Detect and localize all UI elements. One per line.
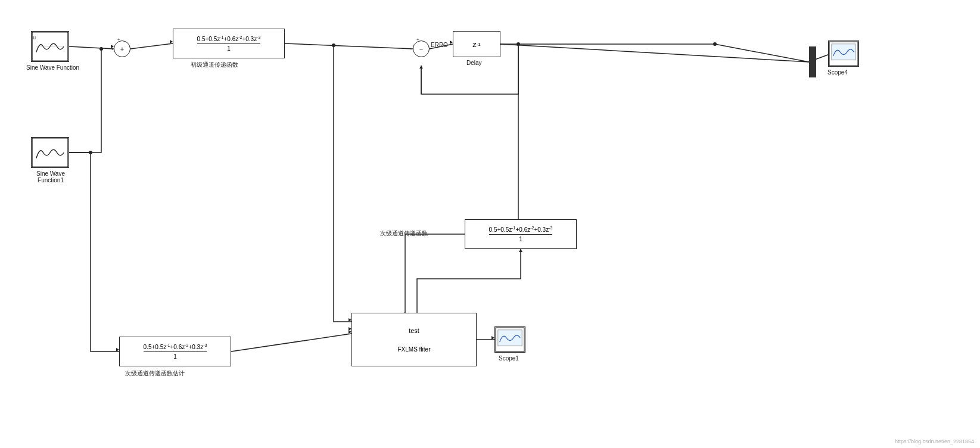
tf-secondary-denominator: 1 (519, 236, 522, 242)
svg-marker-25 (519, 249, 522, 252)
svg-point-2 (99, 47, 103, 51)
sine-wave-function1-block[interactable] (31, 137, 69, 168)
delay-label: Delay (466, 60, 482, 66)
tf-primary-numerator: 0.5+0.5z-1+0.6z-2+0.3z-3 (197, 35, 261, 44)
svg-point-26 (713, 42, 717, 46)
svg-line-23 (231, 334, 351, 351)
sine-wave-function-block[interactable]: u (31, 31, 69, 62)
svg-point-6 (332, 43, 335, 47)
tf-estimate-block[interactable]: 0.5+0.5z-1+0.6z-2+0.3z-3 1 (119, 337, 231, 366)
sum-plus-sign: + (117, 37, 120, 42)
sum-minus-sign: + (111, 46, 114, 52)
svg-line-10 (500, 44, 809, 62)
fxlms-block[interactable]: test FXLMS fliter (351, 313, 477, 366)
svg-line-0 (69, 46, 114, 49)
tf-estimate-label: 次级通道传递函数估计 (125, 369, 185, 378)
scope1-block[interactable] (494, 326, 525, 353)
sum-error-minus: − (410, 46, 413, 52)
tf-estimate-denominator: 1 (173, 353, 177, 360)
scope4-block[interactable] (828, 41, 859, 67)
tf-primary-block[interactable]: 0.5+0.5z-1+0.6z-2+0.3z-3 1 (173, 29, 285, 58)
svg-line-5 (285, 43, 413, 49)
tf-secondary-block[interactable]: 0.5+0.5z-1+0.6z-2+0.3z-3 1 (465, 219, 577, 249)
watermark: https://blog.csdn.net/en_2281854 (895, 438, 974, 444)
mux-block[interactable] (809, 46, 816, 77)
scope4-label: Scope4 (827, 69, 848, 76)
fxlms-bottom-label: FXLMS fliter (397, 346, 430, 353)
sum-error-plus: + (416, 37, 419, 42)
tf-secondary-numerator: 0.5+0.5z-1+0.6z-2+0.3z-3 (489, 226, 553, 235)
sine-wave-function-label: Sine Wave Function (26, 64, 74, 71)
fxlms-test-label: test (409, 327, 419, 334)
svg-point-22 (89, 151, 92, 154)
tf-estimate-numerator: 0.5+0.5z-1+0.6z-2+0.3z-3 (144, 343, 207, 352)
erro-label: ERRO (431, 42, 448, 48)
delay-block[interactable]: z-1 (453, 31, 500, 57)
sum-block-1[interactable]: + (114, 41, 130, 57)
svg-point-11 (517, 42, 520, 46)
tf-primary-label: 初级通道传递函数 (191, 61, 238, 69)
svg-marker-12 (419, 66, 423, 69)
tf-secondary-label-left: 次级通道传递函数 (380, 229, 428, 238)
svg-line-3 (130, 43, 173, 49)
svg-text:u: u (33, 35, 36, 41)
diagram-container: u Sine Wave Function Sine WaveFunction1 … (0, 0, 980, 448)
scope1-label: Scope1 (499, 355, 519, 362)
tf-primary-denominator: 1 (227, 45, 231, 52)
sine-wave-function1-label: Sine WaveFunction1 (24, 170, 77, 183)
sum-error-block[interactable]: − (413, 41, 430, 57)
